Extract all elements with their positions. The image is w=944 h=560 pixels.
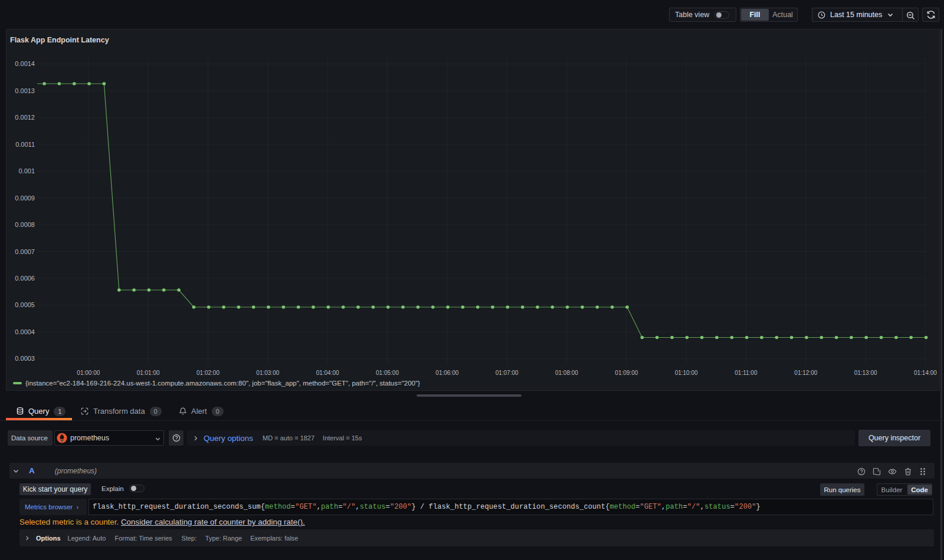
svg-text:0.0013: 0.0013	[15, 87, 35, 94]
svg-text:01:02:00: 01:02:00	[196, 370, 219, 376]
svg-text:0.0009: 0.0009	[15, 195, 35, 202]
svg-text:0.0011: 0.0011	[15, 141, 35, 148]
svg-text:01:07:00: 01:07:00	[496, 370, 519, 376]
svg-text:01:08:00: 01:08:00	[555, 370, 578, 376]
svg-text:01:13:00: 01:13:00	[854, 370, 877, 376]
svg-text:0.0003: 0.0003	[15, 355, 35, 362]
svg-text:0.0005: 0.0005	[15, 301, 35, 308]
svg-text:01:10:00: 01:10:00	[675, 370, 698, 376]
svg-text:0.001: 0.001	[18, 167, 35, 174]
svg-text:0.0012: 0.0012	[15, 114, 35, 121]
svg-text:01:11:00: 01:11:00	[735, 370, 758, 376]
svg-text:01:05:00: 01:05:00	[376, 370, 399, 376]
svg-text:01:14:00: 01:14:00	[914, 370, 937, 376]
svg-text:0.0007: 0.0007	[15, 248, 35, 255]
svg-text:0.0004: 0.0004	[15, 328, 35, 335]
svg-text:01:03:00: 01:03:00	[256, 370, 279, 376]
svg-text:01:12:00: 01:12:00	[794, 370, 817, 376]
svg-text:01:06:00: 01:06:00	[435, 370, 458, 376]
svg-text:01:09:00: 01:09:00	[615, 370, 638, 376]
svg-text:01:04:00: 01:04:00	[316, 370, 339, 376]
svg-text:0.0014: 0.0014	[15, 60, 35, 67]
svg-text:0.0006: 0.0006	[15, 275, 35, 282]
svg-text:0.0008: 0.0008	[15, 221, 35, 228]
svg-text:01:00:00: 01:00:00	[77, 370, 100, 376]
svg-text:01:01:00: 01:01:00	[137, 370, 160, 376]
